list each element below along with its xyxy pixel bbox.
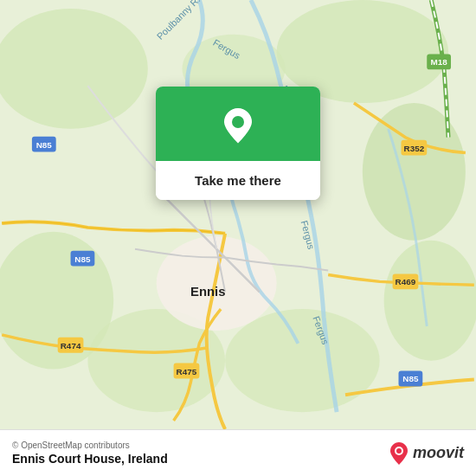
svg-text:M18: M18 [430,57,447,67]
location-pin-icon [218,106,258,145]
svg-point-32 [232,116,244,128]
svg-text:R475: R475 [177,367,197,376]
location-name: Ennis Court House, Ireland [12,452,168,466]
svg-text:R352: R352 [404,144,425,153]
svg-point-34 [396,448,402,453]
svg-text:N85: N85 [74,254,91,264]
osm-credit: © OpenStreetMap contributors [12,441,168,450]
svg-text:R469: R469 [396,277,416,286]
moovit-brand-text: moovit [413,444,464,462]
svg-text:N85: N85 [36,140,53,150]
footer-bar: © OpenStreetMap contributors Ennis Court… [0,429,476,476]
popup-green-area [156,87,320,161]
map-svg: N85 N85 N85 R474 R475 R352 R469 M18 Pou [0,0,476,429]
take-me-there-button[interactable]: Take me there [156,161,320,200]
svg-text:Ennis: Ennis [190,285,226,299]
svg-point-1 [0,9,148,129]
svg-point-7 [225,309,380,412]
moovit-pin-icon [389,441,408,466]
footer-left: © OpenStreetMap contributors Ennis Court… [12,441,168,466]
app: N85 N85 N85 R474 R475 R352 R469 M18 Pou [0,0,476,476]
svg-point-3 [363,103,466,241]
map-container: N85 N85 N85 R474 R475 R352 R469 M18 Pou [0,0,476,429]
svg-text:N85: N85 [402,374,419,383]
svg-text:R474: R474 [61,341,81,351]
popup-card: Take me there [156,87,320,200]
moovit-logo: moovit [389,441,464,466]
svg-point-4 [384,241,476,361]
